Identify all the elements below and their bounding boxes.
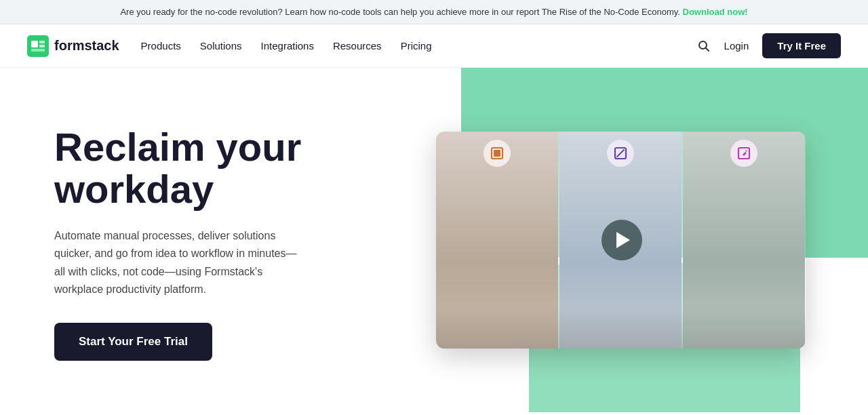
svg-rect-2 [39, 41, 45, 43]
logo-text: formstack [54, 38, 119, 54]
play-button-overlay[interactable] [601, 220, 642, 260]
search-button[interactable] [697, 39, 711, 53]
svg-line-10 [617, 150, 624, 157]
nav-products[interactable]: Products [141, 40, 181, 52]
hero-left: Reclaim your workday Automate manual pro… [0, 68, 366, 412]
logo-link[interactable]: formstack [27, 35, 119, 57]
banner-link[interactable]: Download now! [683, 7, 748, 17]
nav-links: Products Solutions Integrations Resource… [141, 40, 697, 52]
svg-rect-3 [39, 45, 45, 47]
video-gradient [436, 308, 806, 349]
forms-floating-icon [484, 140, 511, 167]
banner-text: Are you ready for the no-code revolution… [120, 7, 680, 17]
nav-right: Login Try It Free [697, 33, 841, 58]
main-navbar: formstack Products Solutions Integration… [0, 24, 868, 68]
announcement-banner: Are you ready for the no-code revolution… [0, 0, 868, 24]
nav-solutions[interactable]: Solutions [200, 40, 242, 52]
video-container [436, 132, 806, 349]
sign-floating-icon [607, 140, 634, 167]
svg-rect-8 [494, 150, 500, 157]
login-button[interactable]: Login [724, 40, 749, 52]
convert-icon [737, 146, 751, 160]
nav-integrations[interactable]: Integrations [261, 40, 314, 52]
hero-right [366, 68, 868, 412]
sign-icon [614, 146, 627, 160]
nav-pricing[interactable]: Pricing [401, 40, 432, 52]
search-icon [697, 39, 711, 53]
play-button[interactable] [601, 220, 642, 260]
try-it-free-button[interactable]: Try It Free [762, 33, 841, 58]
start-trial-button[interactable]: Start Your Free Trial [54, 323, 212, 361]
nav-resources[interactable]: Resources [333, 40, 382, 52]
hero-subtitle: Automate manual processes, deliver solut… [54, 227, 305, 299]
svg-rect-1 [31, 41, 38, 47]
hero-title: Reclaim your workday [54, 126, 339, 211]
svg-line-6 [705, 47, 709, 51]
svg-rect-4 [31, 49, 45, 52]
logo-icon [27, 35, 49, 57]
convert-floating-icon [730, 140, 757, 167]
hero-section: Reclaim your workday Automate manual pro… [0, 68, 868, 412]
play-triangle-icon [616, 232, 630, 248]
forms-icon [490, 146, 504, 160]
